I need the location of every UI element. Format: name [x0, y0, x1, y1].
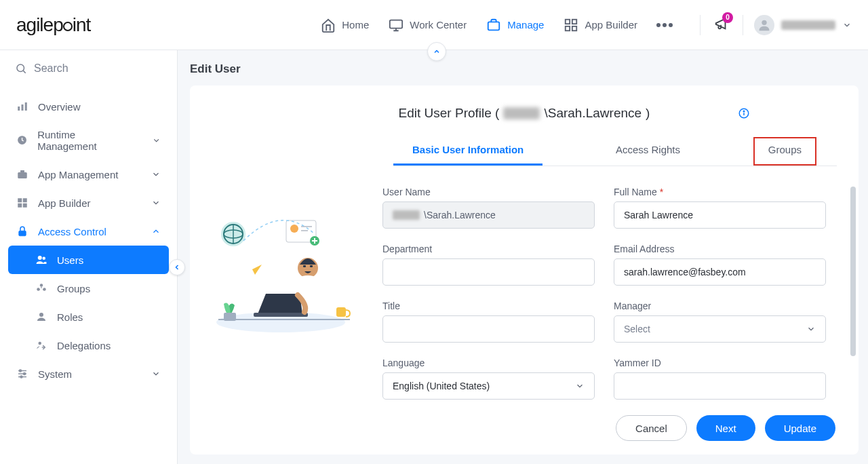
full-name-input[interactable] [614, 201, 826, 229]
sidebar-item-label: Runtime Management [37, 129, 133, 152]
svg-rect-20 [19, 231, 26, 236]
chevron-down-icon [575, 381, 585, 391]
sidebar-item-label: System [38, 368, 72, 380]
svg-rect-12 [25, 102, 27, 111]
tab-groups[interactable]: Groups [753, 137, 816, 166]
domain-blurred [503, 107, 540, 119]
sidebar-item-app-mgmt[interactable]: App Management [0, 160, 177, 189]
svg-rect-19 [23, 204, 27, 208]
email-input[interactable] [614, 258, 826, 286]
briefcase-icon [16, 168, 28, 180]
svg-rect-18 [18, 204, 22, 208]
briefcase-icon [486, 17, 502, 33]
sidebar-subitem-groups[interactable]: Groups [8, 274, 169, 303]
svg-rect-5 [566, 26, 570, 30]
nav-app-builder[interactable]: App Builder [563, 17, 637, 33]
user-name-label: User Name [382, 187, 595, 197]
home-icon [320, 17, 336, 33]
svg-rect-17 [23, 198, 27, 202]
title-label: Title [382, 301, 595, 311]
groups-icon [35, 282, 47, 294]
svg-point-7 [762, 20, 766, 24]
full-name-label: Full Name* [614, 187, 826, 197]
logo[interactable]: agilepint [16, 14, 90, 36]
sidebar-subitem-delegations[interactable]: Delegations [8, 331, 169, 360]
update-button[interactable]: Update [765, 415, 835, 441]
title-suffix: ) [646, 106, 650, 121]
sidebar-item-app-builder[interactable]: App Builder [0, 189, 177, 217]
manager-label: Manager [614, 301, 826, 311]
topbar-collapse-toggle[interactable] [427, 42, 446, 61]
language-label: Language [382, 357, 595, 368]
lock-icon [16, 225, 28, 237]
svg-rect-50 [303, 265, 306, 267]
title-input[interactable] [382, 315, 595, 343]
search-placeholder: Search [34, 62, 68, 75]
svg-point-23 [40, 284, 43, 287]
sidebar-subitem-roles[interactable]: Roles [8, 303, 169, 331]
nav-work-center[interactable]: Work Center [388, 17, 467, 33]
svg-rect-15 [20, 170, 24, 172]
chart-icon [16, 100, 28, 113]
sidebar-subitem-label: Users [57, 254, 83, 266]
sidebar-item-label: Access Control [38, 226, 106, 237]
grid-icon [563, 17, 579, 33]
nav-label: Work Center [410, 19, 467, 31]
sidebar-item-access-control[interactable]: Access Control [0, 217, 177, 246]
tab-label: Access Rights [616, 144, 680, 155]
sidebar-collapse-toggle[interactable] [169, 259, 185, 275]
nav-manage[interactable]: Manage [486, 17, 544, 33]
title-user: \Sarah.Lawrence [544, 106, 642, 121]
svg-rect-3 [566, 19, 570, 23]
nav-home[interactable]: Home [320, 17, 369, 33]
language-select[interactable]: English (United States) [382, 372, 595, 400]
tab-basic-info[interactable]: Basic User Information [393, 137, 542, 166]
sidebar-subitem-users[interactable]: Users [8, 246, 169, 274]
illustration [190, 166, 372, 404]
manager-select[interactable]: Select [614, 315, 826, 343]
svg-point-26 [39, 313, 43, 317]
scrollbar[interactable] [850, 187, 856, 356]
announcements-icon[interactable]: 0 [714, 16, 729, 34]
title-prefix: Edit User Profile ( [399, 106, 500, 121]
yammer-input[interactable] [614, 372, 826, 400]
sidebar-search[interactable]: Search [0, 50, 177, 87]
sidebar-subitem-label: Groups [57, 283, 90, 294]
sidebar-item-label: App Management [38, 169, 118, 180]
nav-more[interactable] [656, 23, 673, 27]
email-label: Email Address [614, 244, 826, 254]
sidebar-subitem-label: Roles [57, 311, 83, 323]
sidebar-item-label: Overview [38, 101, 81, 113]
chevron-down-icon [151, 198, 161, 208]
user-menu[interactable] [743, 15, 852, 35]
notification-badge: 0 [722, 12, 733, 23]
svg-rect-6 [572, 26, 576, 30]
info-icon[interactable] [738, 107, 750, 122]
cancel-button[interactable]: Cancel [616, 415, 687, 441]
svg-marker-47 [248, 265, 262, 275]
user-name-input: \Sarah.Lawrence [382, 201, 595, 229]
tab-access-rights[interactable]: Access Rights [597, 137, 699, 166]
user-name-blurred [781, 20, 835, 30]
sidebar-item-system[interactable]: System [0, 360, 177, 388]
chevron-down-icon [151, 170, 161, 179]
svg-point-36 [743, 111, 745, 112]
svg-rect-4 [572, 19, 576, 23]
svg-point-21 [38, 256, 42, 260]
svg-rect-14 [18, 172, 27, 178]
department-input[interactable] [382, 258, 595, 286]
sidebar-item-overview[interactable]: Overview [0, 92, 177, 121]
grid-icon [16, 197, 28, 209]
next-button[interactable]: Next [696, 415, 755, 441]
language-value: English (United States) [393, 381, 490, 391]
delegations-icon [35, 339, 47, 351]
nav-label: Home [342, 19, 369, 31]
svg-point-8 [17, 64, 24, 72]
monitor-icon [388, 17, 404, 33]
roles-icon [35, 311, 47, 323]
nav-label: App Builder [585, 19, 637, 31]
sidebar-item-runtime[interactable]: Runtime Management [0, 121, 177, 160]
sliders-icon [16, 368, 28, 380]
chevron-down-icon [152, 136, 161, 145]
search-icon [15, 62, 27, 75]
